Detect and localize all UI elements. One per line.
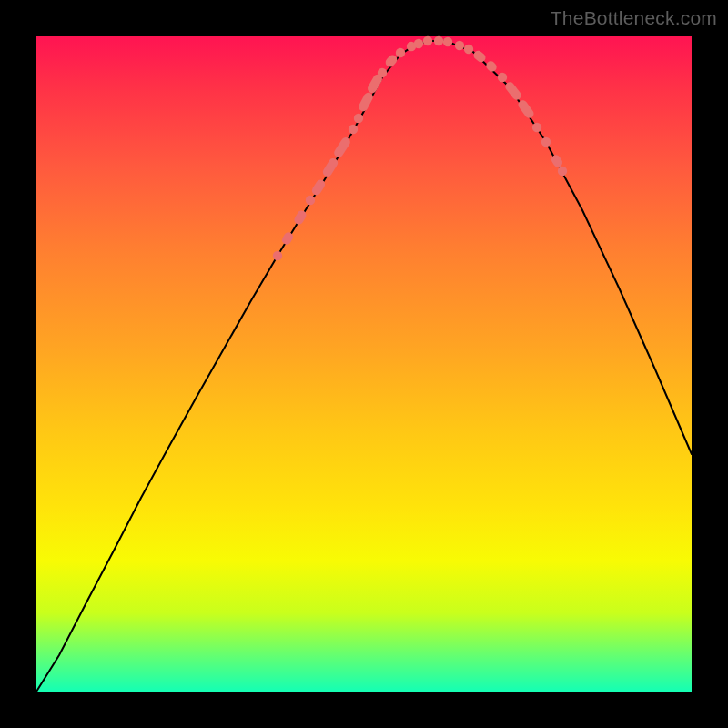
marker-dot	[396, 48, 405, 57]
marker-dot	[455, 41, 464, 50]
curve-svg	[36, 36, 692, 692]
watermark-text: TheBottleneck.com	[551, 7, 717, 29]
marker-dot	[349, 125, 358, 134]
marker-dot	[498, 73, 507, 82]
marker-pill	[471, 49, 487, 65]
marker-dot	[443, 37, 452, 46]
marker-dot	[558, 167, 567, 176]
chart-frame: TheBottleneck.com	[0, 0, 728, 728]
marker-dot	[273, 251, 282, 260]
marker-dot	[354, 114, 363, 123]
marker-pill	[484, 59, 499, 74]
marker-dot	[541, 137, 551, 147]
marker-dot	[414, 39, 423, 48]
marker-pill	[280, 230, 295, 246]
bottleneck-curve	[36, 41, 692, 692]
marker-pill	[357, 91, 374, 113]
marker-dot	[434, 36, 443, 46]
marker-dot	[378, 68, 387, 77]
plot-area	[36, 36, 692, 692]
marker-dot	[532, 123, 541, 132]
highlight-markers	[273, 36, 567, 260]
marker-pill	[332, 136, 351, 159]
marker-dot	[423, 36, 432, 46]
marker-dot	[306, 196, 315, 205]
marker-dot	[464, 45, 473, 54]
